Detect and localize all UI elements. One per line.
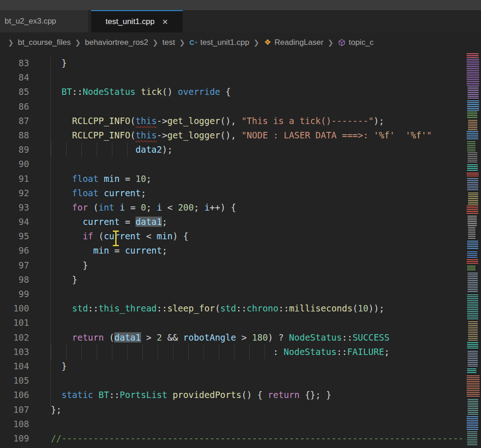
breadcrumb: ❯bt_course_files❯behaviortree_ros2❯test❯…	[0, 32, 481, 52]
editor-tab-bar: bt_u2_ex3.cpp test_unit1.cpp ✕	[0, 10, 481, 32]
breadcrumb-item-topic-c[interactable]: topic_c	[338, 38, 374, 47]
code-line-105[interactable]: 105	[0, 373, 465, 388]
code-editor[interactable]: 83 }8485 BT::NodeStatus tick() override …	[0, 52, 481, 448]
minimap-block	[467, 100, 479, 111]
code-line-98[interactable]: 98 }	[0, 273, 465, 287]
code-token	[99, 188, 104, 198]
breadcrumb-item-test-unit1-cpp[interactable]: C+test_unit1.cpp	[189, 38, 249, 47]
chevron-right-icon: ❯	[253, 38, 259, 47]
minimap-block	[467, 431, 477, 446]
code-line-94[interactable]: 94 current = data1;	[0, 215, 465, 229]
code-text: current = data1;	[51, 215, 167, 229]
tab-label: test_unit1.cpp	[105, 17, 154, 26]
code-token: float	[72, 188, 99, 198]
tab-test-unit1[interactable]: test_unit1.cpp ✕	[91, 10, 183, 32]
code-text: data2);	[51, 143, 173, 157]
minimap-block	[467, 266, 475, 271]
minimap-block	[467, 342, 478, 349]
minimap-block	[467, 241, 478, 250]
code-line-104[interactable]: 104 }	[0, 359, 465, 373]
code-token: int	[99, 202, 114, 212]
code-line-93[interactable]: 93 for (int i = 0; i < 200; i++) {	[0, 200, 465, 215]
code-token: robotAngle	[183, 332, 236, 342]
code-token: this_thread	[99, 303, 157, 313]
code-token: ::	[72, 87, 83, 97]
code-token: PortsList	[120, 390, 167, 400]
code-token: current	[125, 245, 162, 255]
breadcrumb-item-readinglaser[interactable]: ❖ReadingLaser	[264, 38, 324, 47]
code-line-108[interactable]: 108	[0, 417, 465, 431]
class-icon: ❖	[264, 38, 272, 47]
code-line-95[interactable]: 95 if (current < min) {	[0, 229, 465, 243]
minimap[interactable]	[465, 52, 481, 448]
code-line-88[interactable]: 88 RCLCPP_INFO(this->get_logger(), "NODE…	[0, 128, 465, 143]
close-icon[interactable]: ✕	[162, 18, 168, 26]
line-number: 93	[0, 200, 29, 215]
line-number: 106	[0, 388, 29, 402]
code-token: override	[178, 87, 221, 97]
breadcrumb-item-behaviortree-ros2[interactable]: behaviortree_ros2	[85, 38, 148, 47]
code-token	[51, 345, 273, 359]
breadcrumb-item-bt-course-files[interactable]: bt_course_files	[18, 38, 71, 47]
code-line-102[interactable]: 102 return (data1 > 2 && robotAngle > 18…	[0, 330, 465, 345]
code-token: >	[141, 332, 157, 342]
tab-bt-u2-ex3[interactable]: bt_u2_ex3.cpp	[0, 10, 88, 32]
minimap-block	[467, 375, 480, 398]
code-line-103[interactable]: 103 : NodeStatus::FAILURE;	[0, 345, 465, 359]
code-line-85[interactable]: 85 BT::NodeStatus tick() override {	[0, 85, 465, 99]
code-text: if (current < min) {	[51, 229, 188, 243]
line-number: 108	[0, 417, 29, 431]
code-token: return	[268, 390, 300, 400]
code-line-96[interactable]: 96 min = current;	[0, 243, 465, 258]
code-token: }	[51, 274, 77, 285]
code-line-99[interactable]: 99	[0, 287, 465, 301]
code-line-107[interactable]: 107};	[0, 403, 465, 417]
code-line-86[interactable]: 86	[0, 100, 465, 114]
code-token	[51, 245, 93, 255]
code-token: ->	[157, 116, 167, 126]
minimap-block	[467, 178, 478, 191]
code-line-101[interactable]: 101	[0, 316, 465, 330]
code-token	[114, 202, 119, 212]
code-text: }	[51, 359, 67, 373]
code-line-83[interactable]: 83 }	[0, 56, 465, 70]
line-number: 94	[0, 215, 29, 229]
code-line-90[interactable]: 90	[0, 157, 465, 171]
code-line-97[interactable]: 97 }	[0, 258, 465, 273]
line-number: 101	[0, 316, 29, 330]
minimap-block	[467, 294, 478, 320]
code-token: current	[104, 231, 141, 241]
minimap-block	[467, 259, 478, 265]
code-line-89[interactable]: 89 data2);	[0, 143, 465, 157]
code-line-92[interactable]: 92 float current;	[0, 186, 465, 200]
code-token	[51, 87, 62, 97]
line-number: 103	[0, 345, 29, 359]
breadcrumb-item-test[interactable]: test	[162, 38, 175, 47]
code-token: ;	[146, 174, 151, 184]
code-line-109[interactable]: 109//-----------------------------------…	[0, 431, 465, 446]
code-line-91[interactable]: 91 float min = 10;	[0, 172, 465, 186]
code-token	[51, 188, 72, 198]
code-line-84[interactable]: 84	[0, 70, 465, 85]
code-token: <	[162, 202, 178, 212]
breadcrumb-label: topic_c	[349, 38, 374, 47]
code-line-100[interactable]: 100 std::this_thread::sleep_for(std::chr…	[0, 301, 465, 316]
code-token: current	[83, 217, 120, 227]
code-line-106[interactable]: 106 static BT::PortsList providedPorts()…	[0, 388, 465, 402]
code-text: RCLCPP_INFO(this->get_logger(), "NODE : …	[51, 128, 432, 143]
line-number: 99	[0, 287, 29, 301]
tab-label: bt_u2_ex3.cpp	[5, 17, 56, 26]
code-pane[interactable]: 83 }8485 BT::NodeStatus tick() override …	[0, 56, 465, 446]
code-token: ::	[337, 347, 347, 357]
code-line-87[interactable]: 87 RCLCPP_INFO(this->get_logger(), "This…	[0, 114, 465, 128]
code-token: };	[51, 404, 62, 415]
code-token	[93, 390, 99, 400]
code-token: ;	[384, 347, 389, 357]
code-token	[51, 143, 136, 157]
breadcrumb-label: test_unit1.cpp	[200, 38, 249, 47]
code-text: static BT::PortsList providedPorts() { r…	[51, 388, 331, 402]
code-text: min = current;	[51, 243, 167, 258]
code-text: : NodeStatus::FAILURE;	[51, 345, 389, 359]
code-token: //--------------------------------------…	[51, 433, 465, 443]
code-token: 2	[157, 332, 162, 342]
